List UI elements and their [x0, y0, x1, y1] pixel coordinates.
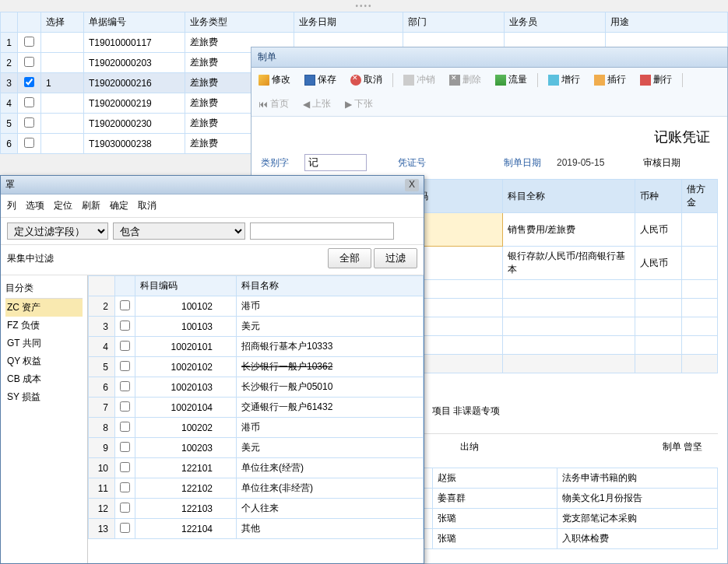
tree-item-gt[interactable]: GT 共同 — [5, 335, 83, 352]
audit-label: 审核日期 — [643, 156, 681, 170]
col-subj-name[interactable]: 科目全称 — [503, 180, 635, 213]
col-code[interactable]: 科目编码 — [135, 276, 237, 296]
col-debit[interactable]: 借方金 — [682, 180, 718, 213]
cancel-icon — [350, 75, 361, 86]
offset-button: 冲销 — [399, 71, 439, 89]
first-button: ⏮首页 — [255, 95, 293, 113]
col-select[interactable]: 选择 — [41, 12, 84, 33]
row-checkbox[interactable] — [120, 321, 130, 331]
row-checkbox[interactable] — [120, 442, 130, 452]
row-checkbox[interactable] — [24, 97, 34, 107]
insertrow-icon — [594, 75, 605, 86]
separator — [682, 73, 683, 87]
flow-button[interactable]: 流量 — [491, 71, 531, 89]
menu-cancel[interactable]: 取消 — [138, 199, 157, 212]
date-label: 制单日期 — [504, 156, 541, 170]
list-item[interactable]: 13122104其他 — [89, 519, 424, 539]
tree-item-cb[interactable]: CB 成本 — [5, 370, 83, 388]
prefix-label: 类别字 — [261, 156, 289, 170]
menu-column[interactable]: 列 — [7, 199, 16, 212]
row-checkbox[interactable] — [24, 117, 34, 128]
filter-op-select[interactable]: 包含 — [113, 222, 245, 240]
row-checkbox[interactable] — [24, 37, 34, 47]
close-button[interactable]: X — [405, 179, 419, 191]
maker-value: 曾坚 — [684, 441, 702, 452]
row-checkbox[interactable] — [120, 462, 130, 472]
row-checkbox[interactable] — [120, 422, 130, 432]
row-checkbox[interactable] — [120, 300, 130, 310]
col-name[interactable]: 科目名称 — [237, 276, 424, 296]
col-currency[interactable]: 币种 — [635, 180, 682, 213]
deleterow-icon — [640, 75, 651, 86]
col-clerk[interactable]: 业务员 — [505, 12, 606, 33]
addrow-button[interactable]: 增行 — [544, 71, 584, 89]
col-dept[interactable]: 部门 — [403, 12, 505, 33]
first-icon: ⏮ — [258, 99, 268, 110]
offset-icon — [403, 75, 414, 86]
delete-icon — [449, 75, 460, 86]
col-bizdate[interactable]: 业务日期 — [294, 12, 403, 33]
table-header-row: 选择 单据编号 业务类型 业务日期 部门 业务员 用途 — [1, 12, 728, 33]
tree-item-qy[interactable]: QY 权益 — [5, 352, 83, 370]
cashier-label: 出纳 — [460, 440, 479, 454]
row-checkbox[interactable] — [24, 77, 34, 87]
tree-item-fz[interactable]: FZ 负债 — [5, 317, 83, 335]
filter-all-button[interactable]: 全部 — [328, 248, 371, 268]
list-item[interactable]: 3100103美元 — [89, 317, 424, 337]
filter-field-select[interactable]: 定义过滤字段） — [7, 222, 108, 240]
row-checkbox[interactable] — [120, 503, 130, 513]
row-checkbox[interactable] — [24, 138, 34, 148]
tree-heading: 目分类 — [5, 278, 83, 299]
prefix-input[interactable] — [304, 154, 367, 171]
delrow-button[interactable]: 删行 — [636, 71, 676, 89]
row-checkbox[interactable] — [120, 361, 130, 371]
row-checkbox[interactable] — [24, 57, 34, 67]
col-biztype[interactable]: 业务类型 — [185, 12, 294, 33]
date-value: 2019-05-15 — [557, 157, 604, 168]
tree-item-sy[interactable]: SY 损益 — [5, 388, 83, 406]
list-item[interactable]: 2100102港币 — [89, 296, 424, 317]
subject-picker-dialog: 罩 X 列 选项 定位 刷新 确定 取消 定义过滤字段） 包含 果集中过滤 全部… — [0, 175, 424, 564]
dialog-title: 罩 — [5, 178, 15, 191]
save-icon — [304, 75, 315, 86]
filter-value-input[interactable] — [250, 222, 394, 240]
subfilter-label: 果集中过滤 — [7, 252, 54, 265]
voucher-no-label: 凭证号 — [398, 156, 426, 170]
row-checkbox[interactable] — [120, 482, 130, 492]
list-item[interactable]: 510020102长沙银行一般户10362 — [89, 357, 424, 377]
next-icon: ▶ — [345, 99, 352, 110]
list-item[interactable]: 610020103长沙银行一般户05010 — [89, 377, 424, 398]
menu-locate[interactable]: 定位 — [54, 199, 72, 212]
save-button[interactable]: 保存 — [301, 71, 340, 89]
prev-icon: ◀ — [303, 99, 310, 110]
filter-apply-button[interactable]: 过滤 — [374, 248, 417, 268]
list-item[interactable]: 710020104交通银行一般户61432 — [89, 398, 424, 418]
list-item[interactable]: 11122102单位往来(非经营) — [89, 478, 424, 499]
menu-ok[interactable]: 确定 — [110, 199, 128, 212]
insrow-button[interactable]: 插行 — [590, 71, 630, 89]
tree-item-zc[interactable]: ZC 资产 — [5, 299, 83, 317]
voucher-heading: 记账凭证 — [261, 123, 718, 154]
list-item[interactable]: 9100203美元 — [89, 438, 424, 458]
next-button: ▶下张 — [341, 95, 377, 113]
edit-button[interactable]: 修改 — [255, 71, 294, 89]
maker-label: 制单 — [663, 441, 681, 452]
flow-icon — [495, 75, 506, 86]
list-item[interactable]: 10122101单位往来(经营) — [89, 458, 424, 478]
voucher-window-title: 制单 — [251, 47, 727, 68]
menu-option[interactable]: 选项 — [26, 199, 44, 212]
col-docno[interactable]: 单据编号 — [84, 12, 185, 33]
list-item[interactable]: 8100202港币 — [89, 418, 424, 438]
row-checkbox[interactable] — [120, 381, 130, 391]
list-item[interactable]: 410020101招商银行基本户10333 — [89, 337, 424, 357]
row-checkbox[interactable] — [120, 523, 130, 533]
menu-refresh[interactable]: 刷新 — [82, 199, 100, 212]
cancel-button[interactable]: 取消 — [346, 71, 386, 89]
list-item[interactable]: 12122103个人往来 — [89, 499, 424, 519]
delete-button: 删除 — [445, 71, 485, 89]
row-checkbox[interactable] — [120, 341, 130, 351]
addrow-icon — [548, 75, 559, 86]
col-purpose[interactable]: 用途 — [606, 12, 728, 33]
edit-icon — [258, 75, 269, 86]
row-checkbox[interactable] — [120, 401, 130, 412]
